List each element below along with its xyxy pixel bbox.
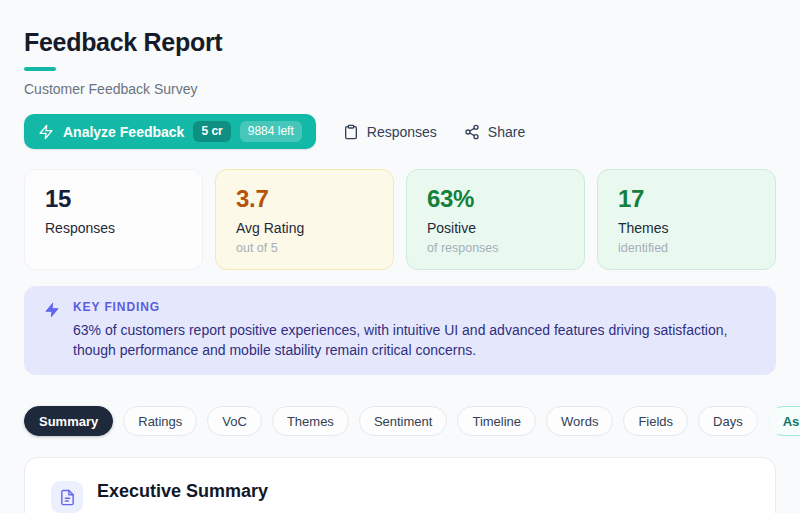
tab-voc[interactable]: VoC xyxy=(207,406,262,436)
share-nodes-icon xyxy=(464,124,480,140)
share-button[interactable]: Share xyxy=(464,124,525,140)
credits-remaining-badge: 9884 left xyxy=(240,121,302,141)
tab-words[interactable]: Words xyxy=(546,406,613,436)
key-finding-content: KEY FINDING 63% of customers report posi… xyxy=(73,300,728,360)
executive-summary-header: Executive Summary Satisfaction findings … xyxy=(51,480,749,513)
zap-icon xyxy=(38,124,54,140)
stat-value: 3.7 xyxy=(236,186,373,212)
clipboard-icon xyxy=(343,124,359,140)
zap-icon xyxy=(44,302,60,318)
tab-fields[interactable]: Fields xyxy=(623,406,688,436)
executive-summary-text: Executive Summary Satisfaction findings … xyxy=(97,480,422,513)
stat-value: 15 xyxy=(45,186,182,212)
stat-card-avg-rating: 3.7 Avg Rating out of 5 xyxy=(215,169,394,270)
report-tabs: Summary Ratings VoC Themes Sentiment Tim… xyxy=(24,406,776,436)
executive-summary-title: Executive Summary xyxy=(97,480,422,503)
page-subtitle: Customer Feedback Survey xyxy=(24,81,776,97)
tab-ratings[interactable]: Ratings xyxy=(123,406,197,436)
title-accent-underline xyxy=(24,67,56,71)
stat-sublabel: identified xyxy=(618,241,755,255)
page-title: Feedback Report xyxy=(24,28,776,57)
stat-value: 17 xyxy=(618,186,755,212)
tab-ask-ai[interactable]: Ask AI ✦ xyxy=(768,406,800,436)
stats-row: 15 Responses 3.7 Avg Rating out of 5 63%… xyxy=(24,169,776,270)
analyze-feedback-label: Analyze Feedback xyxy=(63,124,184,140)
key-finding-banner: KEY FINDING 63% of customers report posi… xyxy=(24,286,776,375)
stat-label: Positive xyxy=(427,220,564,236)
stat-card-responses: 15 Responses xyxy=(24,169,203,270)
stat-label: Responses xyxy=(45,220,182,236)
toolbar: Analyze Feedback 5 cr 9884 left Response… xyxy=(24,114,776,149)
tab-themes[interactable]: Themes xyxy=(272,406,349,436)
credits-cost-badge: 5 cr xyxy=(193,121,230,141)
analyze-feedback-button[interactable]: Analyze Feedback 5 cr 9884 left xyxy=(24,114,316,149)
tab-days[interactable]: Days xyxy=(698,406,758,436)
file-text-icon xyxy=(51,481,83,513)
stat-card-positive: 63% Positive of responses xyxy=(406,169,585,270)
tab-sentiment[interactable]: Sentiment xyxy=(359,406,448,436)
stat-label: Avg Rating xyxy=(236,220,373,236)
feedback-report-page: Feedback Report Customer Feedback Survey… xyxy=(0,0,800,513)
key-finding-label: KEY FINDING xyxy=(73,300,728,314)
share-button-label: Share xyxy=(488,124,525,140)
tab-timeline[interactable]: Timeline xyxy=(457,406,536,436)
executive-summary-card: Executive Summary Satisfaction findings … xyxy=(24,457,776,513)
stat-value: 63% xyxy=(427,186,564,212)
stat-label: Themes xyxy=(618,220,755,236)
tab-summary[interactable]: Summary xyxy=(24,406,113,436)
responses-button[interactable]: Responses xyxy=(343,124,437,140)
responses-button-label: Responses xyxy=(367,124,437,140)
stat-sublabel: of responses xyxy=(427,241,564,255)
key-finding-text: 63% of customers report positive experie… xyxy=(73,320,728,360)
stat-card-themes: 17 Themes identified xyxy=(597,169,776,270)
ask-ai-label: Ask AI xyxy=(783,414,800,429)
stat-sublabel: out of 5 xyxy=(236,241,373,255)
